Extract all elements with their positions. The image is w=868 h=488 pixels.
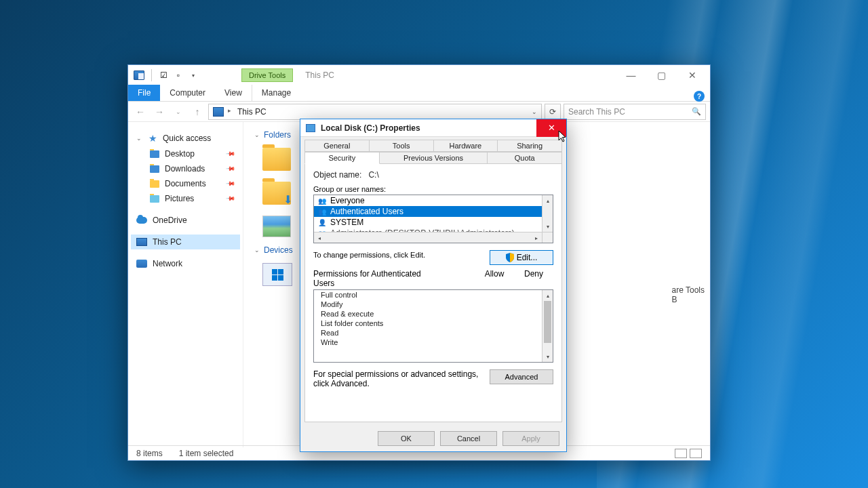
window-title: This PC <box>305 70 334 80</box>
tab-general[interactable]: General <box>304 140 370 152</box>
help-icon[interactable]: ? <box>694 91 705 102</box>
scroll-up-icon[interactable]: ▴ <box>542 290 553 301</box>
dialog-close-button[interactable]: ✕ <box>536 119 566 137</box>
ribbon-tabs: File Computer View Manage ⌄ <box>128 85 710 102</box>
dialog-title: Local Disk (C:) Properties <box>321 123 420 133</box>
user-icon: 👤 <box>317 218 328 226</box>
downloads-icon <box>150 165 159 173</box>
user-row-system[interactable]: 👤SYSTEM <box>314 217 553 228</box>
desktop-icon <box>150 150 159 158</box>
pin-icon: 📌 <box>226 149 236 159</box>
star-icon: ★ <box>149 133 157 144</box>
tab-previous-versions[interactable]: Previous Versions <box>379 152 488 164</box>
security-tab-content: Object name: C:\ Group or user names: 👥E… <box>304 163 562 422</box>
ok-button[interactable]: OK <box>378 431 435 446</box>
edit-button[interactable]: Edit... <box>490 250 553 265</box>
nav-quick-access[interactable]: ⌄★Quick access <box>131 130 240 146</box>
drive-icon <box>306 124 315 132</box>
scroll-left-icon[interactable]: ◂ <box>314 232 325 243</box>
qat-new-folder-icon[interactable]: ▫ <box>172 69 184 81</box>
pc-icon <box>134 70 144 80</box>
qat-properties-icon[interactable]: ☑ <box>157 69 170 81</box>
close-button[interactable]: ✕ <box>677 68 707 82</box>
pc-icon <box>136 238 147 246</box>
folder-item[interactable] <box>262 216 291 237</box>
nav-this-pc[interactable]: This PC <box>131 235 240 249</box>
maximize-button[interactable]: ▢ <box>646 68 677 82</box>
search-placeholder: Search This PC <box>568 107 625 117</box>
navigation-pane: ⌄★Quick access Desktop📌 Downloads📌 Docum… <box>128 122 243 447</box>
users-list[interactable]: 👥Everyone 👥Authenticated Users 👤SYSTEM 👥… <box>313 195 553 243</box>
object-name-value: C:\ <box>368 170 378 180</box>
search-input[interactable]: Search This PC 🔍 <box>564 104 706 120</box>
dialog-titlebar[interactable]: Local Disk (C:) Properties ✕ <box>300 119 566 137</box>
scroll-down-icon[interactable]: ▾ <box>542 351 553 362</box>
nav-network[interactable]: Network <box>131 256 240 271</box>
status-selected: 1 item selected <box>179 449 234 458</box>
perm-write: Write <box>314 338 553 347</box>
user-row-authenticated[interactable]: 👥Authenticated Users <box>314 206 553 217</box>
view-large-icon[interactable] <box>690 449 702 458</box>
folder-item[interactable] <box>262 148 291 171</box>
location-pc-icon <box>213 107 224 117</box>
explorer-titlebar[interactable]: ☑ ▫ ▾ Drive Tools This PC — ▢ ✕ <box>128 65 710 85</box>
address-bar[interactable]: This PC ⌄ <box>208 104 542 120</box>
partial-text: are Tools B <box>672 285 705 304</box>
network-icon <box>136 260 147 268</box>
pin-icon: 📌 <box>226 164 236 174</box>
tab-security[interactable]: Security <box>304 152 380 164</box>
advanced-button[interactable]: Advanced <box>490 369 553 384</box>
tab-view[interactable]: View <box>215 85 252 101</box>
user-row-everyone[interactable]: 👥Everyone <box>314 195 553 206</box>
permissions-label: Permissions for Authenticated Users <box>313 269 475 288</box>
nav-downloads[interactable]: Downloads📌 <box>131 161 240 176</box>
change-hint: To change permissions, click Edit. <box>313 251 425 259</box>
forward-button[interactable]: → <box>151 104 167 120</box>
perm-modify: Modify <box>314 300 553 309</box>
users-scrollbar-v[interactable]: ▴ ▾ <box>542 195 553 232</box>
tab-quota[interactable]: Quota <box>487 152 562 164</box>
permissions-scrollbar[interactable]: ▴ ▾ <box>542 290 553 362</box>
scroll-up-icon[interactable]: ▴ <box>542 195 553 206</box>
nav-documents[interactable]: Documents📌 <box>131 176 240 191</box>
scroll-right-icon[interactable]: ▸ <box>531 232 542 243</box>
pin-icon: 📌 <box>226 179 236 189</box>
nav-pictures[interactable]: Pictures📌 <box>131 191 240 206</box>
shield-icon <box>506 253 514 262</box>
users-scrollbar-h[interactable]: ◂ ▸ <box>314 232 542 243</box>
nav-desktop[interactable]: Desktop📌 <box>131 146 240 161</box>
back-button[interactable]: ← <box>132 104 149 120</box>
breadcrumb[interactable]: This PC <box>237 107 267 117</box>
permissions-list[interactable]: Full control Modify Read & execute List … <box>313 289 553 363</box>
group-users-label: Group or user names: <box>313 185 553 193</box>
tab-sharing[interactable]: Sharing <box>497 140 562 152</box>
windows-logo-icon <box>272 269 283 281</box>
nav-onedrive[interactable]: OneDrive <box>131 213 240 228</box>
onedrive-icon <box>136 217 147 224</box>
tab-manage[interactable]: Manage <box>252 85 300 101</box>
properties-dialog: Local Disk (C:) Properties ✕ General Too… <box>300 119 567 452</box>
drive-item[interactable] <box>262 263 292 286</box>
tab-tools[interactable]: Tools <box>369 140 434 152</box>
cancel-button[interactable]: Cancel <box>440 431 497 446</box>
scroll-thumb[interactable] <box>544 301 551 343</box>
apply-button[interactable]: Apply <box>502 431 559 446</box>
object-name-label: Object name: <box>313 170 361 180</box>
folder-item[interactable]: ⬇ <box>262 182 291 205</box>
tab-computer[interactable]: Computer <box>160 85 215 101</box>
perm-full-control: Full control <box>314 290 553 300</box>
recent-dropdown-icon[interactable]: ⌄ <box>170 104 186 120</box>
perm-read: Read <box>314 328 553 338</box>
tab-file[interactable]: File <box>128 85 160 101</box>
status-items: 8 items <box>136 449 163 458</box>
deny-header: Deny <box>514 269 553 288</box>
qat-dropdown-icon[interactable]: ▾ <box>187 69 199 81</box>
minimize-button[interactable]: — <box>616 68 646 82</box>
tab-hardware[interactable]: Hardware <box>433 140 498 152</box>
up-button[interactable]: ↑ <box>189 104 205 120</box>
view-details-icon[interactable] <box>675 449 687 458</box>
drive-tools-tab[interactable]: Drive Tools <box>241 68 293 82</box>
refresh-button[interactable]: ⟳ <box>545 104 561 120</box>
address-dropdown-icon[interactable]: ⌄ <box>532 108 537 115</box>
scroll-down-icon[interactable]: ▾ <box>542 221 553 232</box>
